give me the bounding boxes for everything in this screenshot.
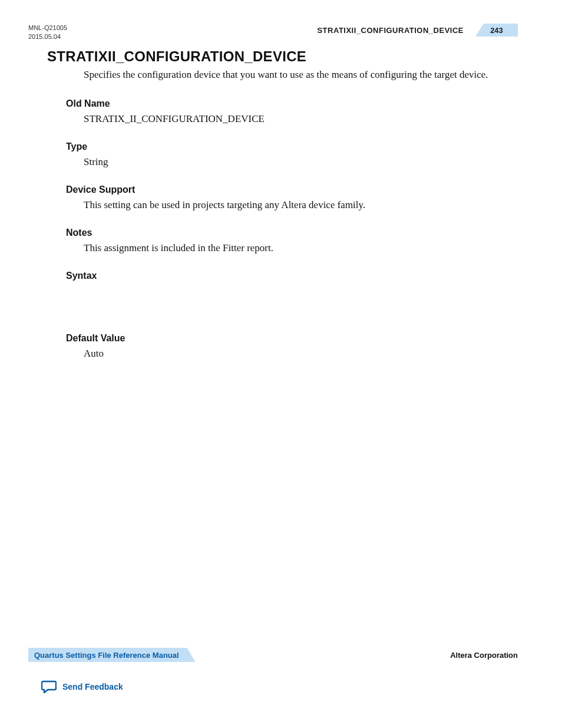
page-title: STRATIXII_CONFIGURATION_DEVICE [47, 48, 516, 65]
intro-text: Specifies the configuration device that … [84, 68, 516, 82]
manual-link: Quartus Settings File Reference Manual [34, 651, 179, 660]
company-name: Altera Corporation [450, 651, 518, 660]
section-body-default-value: Auto [84, 347, 516, 361]
section-body-notes: This assignment is included in the Fitte… [84, 242, 516, 255]
running-title: STRATIXII_CONFIGURATION_DEVICE [317, 26, 475, 35]
manual-link-badge[interactable]: Quartus Settings File Reference Manual [28, 648, 196, 662]
doc-id: MNL-Q21005 [28, 24, 67, 32]
doc-meta: MNL-Q21005 2015.05.04 [28, 24, 67, 42]
doc-date: 2015.05.04 [28, 32, 67, 41]
section-body-type: String [84, 156, 516, 169]
main-content: STRATIXII_CONFIGURATION_DEVICE Specifies… [47, 48, 516, 376]
section-head-old-name: Old Name [66, 98, 516, 109]
section-head-default-value: Default Value [66, 333, 516, 344]
section-body-device-support: This setting can be used in projects tar… [84, 199, 516, 212]
section-head-device-support: Device Support [66, 185, 516, 195]
running-head: STRATIXII_CONFIGURATION_DEVICE 243 [317, 24, 518, 37]
section-head-type: Type [66, 141, 516, 152]
section-body-old-name: STRATIX_II_CONFIGURATION_DEVICE [84, 113, 516, 126]
page-number: 243 [490, 26, 503, 35]
page-footer: Quartus Settings File Reference Manual A… [28, 648, 518, 662]
page-number-badge: 243 [475, 24, 518, 37]
send-feedback-link[interactable]: Send Feedback [41, 680, 123, 694]
syntax-placeholder [47, 285, 516, 333]
page-header: MNL-Q21005 2015.05.04 STRATIXII_CONFIGUR… [28, 24, 518, 42]
send-feedback-label: Send Feedback [62, 682, 123, 691]
comment-icon [41, 680, 57, 694]
section-head-syntax: Syntax [66, 271, 516, 281]
section-head-notes: Notes [66, 228, 516, 238]
